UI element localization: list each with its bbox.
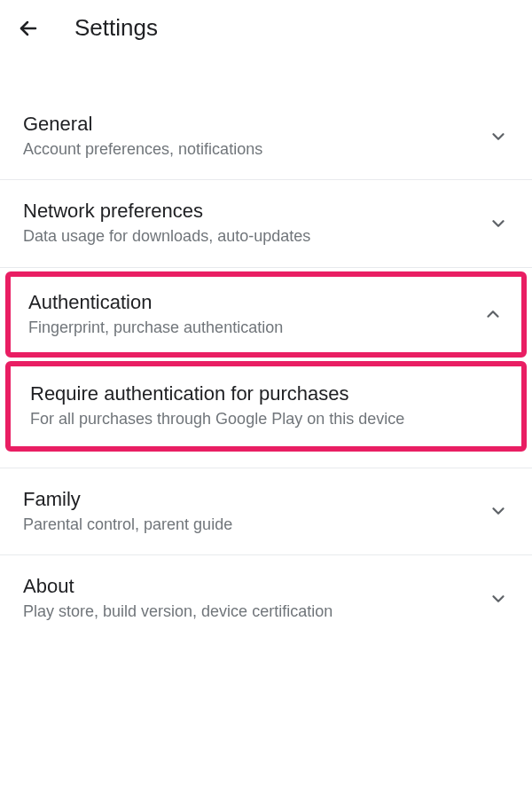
header: Settings <box>0 0 532 59</box>
section-subtitle: Parental control, parent guide <box>23 515 477 535</box>
section-require-authentication[interactable]: Require authentication for purchases For… <box>5 361 527 451</box>
section-authentication[interactable]: Authentication Fingerprint, purchase aut… <box>5 271 527 358</box>
chevron-up-icon <box>482 303 504 325</box>
section-content: Network preferences Data usage for downl… <box>23 200 477 247</box>
section-general[interactable]: General Account preferences, notificatio… <box>0 93 532 180</box>
section-content: General Account preferences, notificatio… <box>23 113 477 160</box>
section-content: Authentication Fingerprint, purchase aut… <box>28 291 472 338</box>
section-about[interactable]: About Play store, build version, device … <box>0 555 532 641</box>
section-title: Family <box>23 488 477 511</box>
back-button[interactable] <box>18 18 39 39</box>
section-title: General <box>23 113 477 136</box>
section-title: About <box>23 575 477 598</box>
chevron-down-icon <box>488 126 509 147</box>
section-subtitle: Fingerprint, purchase authentication <box>28 318 472 338</box>
chevron-down-icon <box>488 500 509 522</box>
spacer <box>0 59 532 93</box>
section-content: Require authentication for purchases For… <box>30 382 502 429</box>
chevron-down-icon <box>488 213 509 234</box>
section-title: Authentication <box>28 291 472 314</box>
section-subtitle: Data usage for downloads, auto-updates <box>23 226 477 247</box>
section-content: Family Parental control, parent guide <box>23 488 477 535</box>
section-title: Require authentication for purchases <box>30 382 502 405</box>
arrow-left-icon <box>18 18 39 39</box>
section-subtitle: For all purchases through Google Play on… <box>30 409 502 429</box>
page-title: Settings <box>74 14 158 42</box>
section-content: About Play store, build version, device … <box>23 575 477 622</box>
section-subtitle: Play store, build version, device certif… <box>23 602 477 622</box>
section-title: Network preferences <box>23 200 477 223</box>
section-subtitle: Account preferences, notifications <box>23 139 477 160</box>
chevron-down-icon <box>488 588 509 609</box>
section-family[interactable]: Family Parental control, parent guide <box>0 468 532 555</box>
settings-list: General Account preferences, notificatio… <box>0 93 532 641</box>
section-network[interactable]: Network preferences Data usage for downl… <box>0 180 532 267</box>
